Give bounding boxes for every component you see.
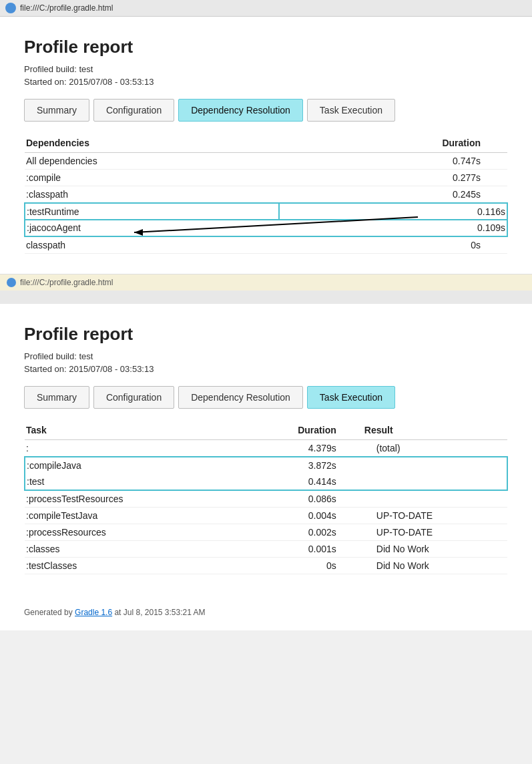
table-row-highlighted: :jacocoAgent 0.109s [25,220,507,236]
task-dur: 0s [228,558,363,574]
table-row: All dependencies 0.747s [25,153,507,170]
dep-name: :jacocoAgent [25,220,279,236]
task-dur: 3.872s [228,457,363,473]
task-col-header: Task [25,422,228,440]
dep-name: All dependencies [25,153,279,170]
task-result-header: Result [363,422,507,440]
table-row: :classpath 0.245s [25,186,507,204]
dep-duration: 0.109s [279,220,507,236]
page-title-1: Profile report [24,37,508,57]
section-divider [0,291,532,304]
dep-name: :testRuntime [25,203,279,220]
task-name: :processResources [25,524,228,541]
task-result: Did No Work [363,541,507,558]
table-row: :compile 0.277s [25,170,507,186]
task-dur: 0.004s [228,508,363,524]
task-name: :test [25,473,228,490]
section-1: Profile report Profiled build: test Star… [0,17,532,274]
table-row-highlighted: :testRuntime 0.116s [25,203,507,220]
status-icon [7,278,16,287]
tab-task-execution-1[interactable]: Task Execution [307,99,395,122]
dep-duration: 0.277s [279,170,507,186]
task-result [363,490,507,508]
tab-summary-2[interactable]: Summary [24,386,89,409]
table-row: : 4.379s (total) [25,440,507,457]
table-row-highlighted: :test 0.414s [25,473,507,490]
footer: Generated by Gradle 1.6 at Jul 8, 2015 3… [0,594,532,630]
table-row: :processResources 0.002s UP-TO-DATE [25,524,507,541]
task-dur: 0.414s [228,473,363,490]
status-bar: file:///C:/profile.gradle.html [0,274,532,291]
dep-col-header: Dependencies [25,135,279,153]
dep-duration: 0.245s [279,186,507,204]
dep-duration: 0s [279,236,507,254]
tab-bar-1: Summary Configuration Dependency Resolut… [24,99,508,122]
gradle-link[interactable]: Gradle 1.6 [75,608,112,617]
task-result [363,457,507,473]
section-2: Profile report Profiled build: test Star… [0,304,532,594]
task-dur: 4.379s [228,440,363,457]
task-name: :compileTestJava [25,508,228,524]
started-on-1: Started on: 2015/07/08 - 03:53:13 [24,77,508,87]
tab-configuration-1[interactable]: Configuration [93,99,174,122]
dep-name: classpath [25,236,279,254]
task-result: Did No Work [363,558,507,574]
task-name: : [25,440,228,457]
browser-bar: file:///C:/profile.gradle.html [0,0,532,17]
browser-url: file:///C:/profile.gradle.html [20,3,113,13]
task-name: :classes [25,541,228,558]
dep-duration: 0.116s [279,203,507,220]
table-row: :classes 0.001s Did No Work [25,541,507,558]
footer-text-after: at Jul 8, 2015 3:53:21 AM [112,608,205,617]
profiled-build-1: Profiled build: test [24,64,508,74]
table-row-highlighted: :compileJava 3.872s [25,457,507,473]
table-row: :compileTestJava 0.004s UP-TO-DATE [25,508,507,524]
task-dur: 0.002s [228,524,363,541]
tab-summary-1[interactable]: Summary [24,99,89,122]
dep-name: :compile [25,170,279,186]
table-row: :processTestResources 0.086s [25,490,507,508]
task-name: :testClasses [25,558,228,574]
tab-dependency-resolution-1[interactable]: Dependency Resolution [178,99,303,122]
dependency-table-1: Dependencies Duration All dependencies 0… [24,135,508,254]
dep-duration: 0.747s [279,153,507,170]
started-on-2: Started on: 2015/07/08 - 03:53:13 [24,364,508,374]
browser-icon [5,3,16,13]
task-name: :compileJava [25,457,228,473]
task-result [363,473,507,490]
tab-task-execution-2[interactable]: Task Execution [307,386,395,409]
task-dur-header: Duration [228,422,363,440]
task-table: Task Duration Result : 4.379s (total) :c… [24,422,508,574]
table-row: :testClasses 0s Did No Work [25,558,507,574]
page-title-2: Profile report [24,324,508,345]
task-result: UP-TO-DATE [363,508,507,524]
profiled-build-2: Profiled build: test [24,351,508,361]
task-name: :processTestResources [25,490,228,508]
tab-bar-2: Summary Configuration Dependency Resolut… [24,386,508,409]
status-url: file:///C:/profile.gradle.html [20,278,113,287]
task-result: UP-TO-DATE [363,524,507,541]
tab-configuration-2[interactable]: Configuration [93,386,174,409]
footer-text-before: Generated by [24,608,75,617]
task-dur: 0.001s [228,541,363,558]
tab-dependency-resolution-2[interactable]: Dependency Resolution [178,386,303,409]
dep-name: :classpath [25,186,279,204]
dur-col-header: Duration [279,135,507,153]
task-dur: 0.086s [228,490,363,508]
table-row: classpath 0s [25,236,507,254]
task-result: (total) [363,440,507,457]
